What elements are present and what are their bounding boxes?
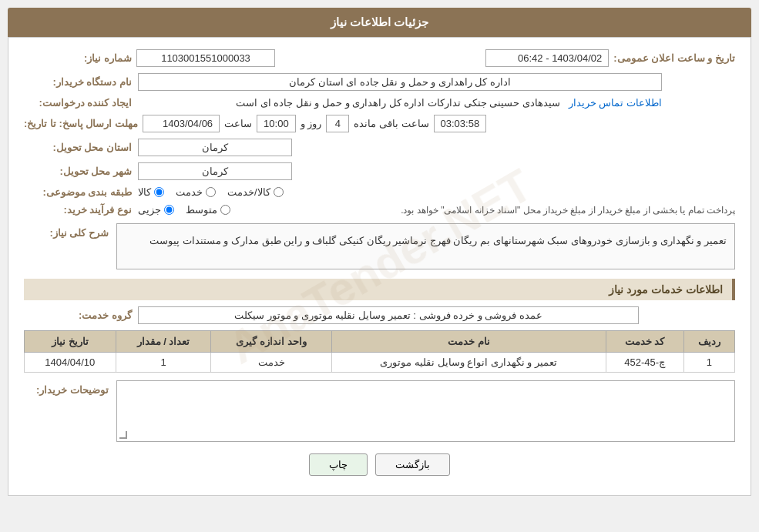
services-section-title: اطلاعات خدمات مورد نیاز (24, 279, 735, 300)
buyer-org-value: اداره کل راهداری و حمل و نقل جاده ای است… (138, 73, 662, 91)
cell-code: چ-45-452 (606, 353, 683, 373)
deadline-time: 10:00 (257, 115, 296, 132)
col-date: تاریخ نیاز (25, 331, 116, 353)
need-desc-label: شرح کلی نیاز: (24, 223, 109, 239)
category-label: طبقه بندی موضوعی: (24, 186, 132, 198)
back-button[interactable]: بازگشت (375, 453, 450, 476)
purchase-type-radio-group: متوسط جزیی (138, 204, 230, 216)
deadline-remaining: 03:03:58 (434, 115, 487, 132)
deadline-day-label: روز و (301, 118, 322, 129)
service-group-value: عمده فروشی و خرده فروشی : تعمیر وسایل نق… (138, 306, 639, 324)
province-label: استان محل تحویل: (24, 142, 132, 153)
col-unit: واحد اندازه گیری (211, 331, 331, 353)
province-value: کرمان (138, 139, 292, 156)
requester-value: سیدهادی حسینی جتکی تدارکات اداره کل راهد… (236, 97, 560, 109)
purchase-label-minor: جزیی (138, 204, 161, 216)
requester-label: ایجاد کننده درخواست: (24, 97, 132, 109)
category-label-goods: کالا (138, 186, 151, 198)
category-radio-service-goods[interactable] (274, 187, 284, 197)
requester-row: اطلاعات تماس خریدار سیدهادی حسینی جتکی ت… (138, 97, 662, 109)
purchase-radio-medium[interactable] (220, 205, 230, 215)
need-desc-value: تعمیر و نگهداری و بازسازی خودروهای سبک ش… (149, 235, 727, 246)
category-option-goods[interactable]: کالا (138, 186, 164, 198)
announce-date-value: 1403/04/02 - 06:42 (485, 49, 609, 67)
cell-unit: خدمت (211, 353, 331, 373)
deadline-remaining-label: ساعت باقی مانده (354, 118, 428, 129)
category-option-service[interactable]: خدمت (176, 186, 216, 198)
buyer-note-box (116, 380, 735, 442)
need-number-label: شماره نیاز: (24, 52, 132, 64)
purchase-radio-minor[interactable] (164, 205, 174, 215)
services-table: ردیف کد خدمت نام خدمت واحد اندازه گیری ت… (24, 330, 735, 373)
services-table-container: ردیف کد خدمت نام خدمت واحد اندازه گیری ت… (24, 330, 735, 373)
col-row: ردیف (683, 331, 734, 353)
deadline-days: 4 (326, 115, 349, 132)
category-label-service: خدمت (176, 186, 203, 198)
print-button[interactable]: چاپ (309, 453, 368, 476)
page-title: جزئیات اطلاعات نیاز (331, 15, 428, 28)
buyer-note-label: توضیحات خریدار: (24, 380, 109, 396)
deadline-time-label: ساعت (224, 118, 252, 129)
cell-row: 1 (683, 353, 734, 373)
category-radio-goods[interactable] (154, 187, 164, 197)
table-row: 1چ-45-452تعمیر و نگهداری انواع وسایل نقل… (25, 353, 735, 373)
purchase-type-label: نوع فرآیند خرید: (24, 204, 132, 216)
col-name: نام خدمت (331, 331, 606, 353)
buyer-org-label: نام دستگاه خریدار: (24, 76, 132, 88)
city-value: کرمان (138, 162, 292, 180)
category-radio-group: کالا/خدمت خدمت کالا (138, 186, 284, 198)
page-header: جزئیات اطلاعات نیاز (8, 8, 751, 37)
col-code: کد خدمت (606, 331, 683, 353)
need-desc-box: تعمیر و نگهداری و بازسازی خودروهای سبک ش… (116, 223, 735, 269)
announce-date-label: تاریخ و ساعت اعلان عمومی: (613, 52, 735, 64)
purchase-note: پرداخت تمام یا بخشی از مبلغ خریدار از مب… (244, 205, 735, 216)
category-option-service-goods[interactable]: کالا/خدمت (227, 186, 284, 198)
service-group-label: گروه خدمت: (24, 309, 132, 321)
col-qty: تعداد / مقدار (116, 331, 211, 353)
deadline-label: مهلت ارسال پاسخ: تا تاریخ: (24, 118, 138, 129)
cell-date: 1404/04/10 (25, 353, 116, 373)
cell-quantity: 1 (116, 353, 211, 373)
deadline-date: 1403/04/06 (143, 115, 220, 132)
requester-contact-link[interactable]: اطلاعات تماس خریدار (569, 97, 662, 109)
category-radio-service[interactable] (206, 187, 216, 197)
cell-name: تعمیر و نگهداری انواع وسایل نقلیه موتوری (331, 353, 606, 373)
purchase-label-medium: متوسط (186, 204, 217, 216)
button-row: بازگشت چاپ (24, 453, 735, 483)
category-label-service-goods: کالا/خدمت (227, 186, 270, 198)
resize-handle[interactable] (119, 431, 127, 439)
purchase-option-medium[interactable]: متوسط (186, 204, 230, 216)
need-number-value: 1103001551000033 (136, 49, 275, 67)
purchase-option-minor[interactable]: جزیی (138, 204, 174, 216)
city-label: شهر محل تحویل: (24, 166, 132, 177)
